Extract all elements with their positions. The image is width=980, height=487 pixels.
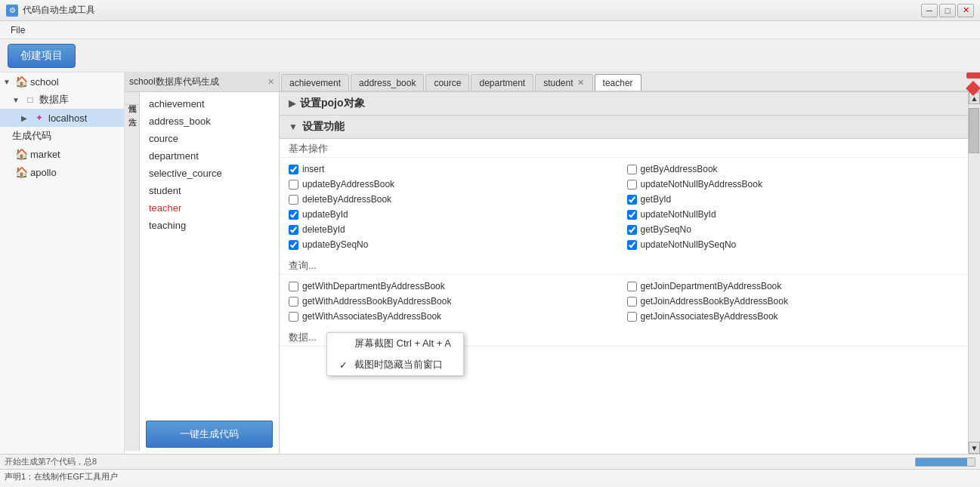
tab-department[interactable]: department xyxy=(471,74,533,91)
log-bar: 声明1：在线制作EGF工具用户 xyxy=(0,469,980,484)
sidebar: ▼ 🏠 school ▼ □ 数据库 ▶ ✦ localhost 生成代码 xyxy=(0,72,125,454)
vert-tab-props[interactable]: 属性 xyxy=(125,92,140,105)
cb-getWithAddrBook-check[interactable] xyxy=(289,297,298,307)
cm-hide-check: ✓ xyxy=(339,359,350,371)
cb-getById-label: getById xyxy=(641,194,672,205)
pojo-section-header[interactable]: ▶ 设置pojo对象 xyxy=(280,92,968,116)
vert-tab-methods[interactable]: 方法 xyxy=(125,105,140,117)
cb-getJoinAssocByAddrBook: getJoinAssociatesByAddressBook xyxy=(624,310,963,323)
tab-cource[interactable]: cource xyxy=(425,74,469,91)
function-arrow-icon: ▼ xyxy=(289,122,298,132)
home-icon-apollo: 🏠 xyxy=(14,165,28,179)
cb-insert-check[interactable] xyxy=(289,165,298,174)
cb-updateById-check[interactable] xyxy=(289,210,298,220)
cb-getByAddressBook-check[interactable] xyxy=(627,165,637,174)
close-button[interactable]: ✕ xyxy=(957,4,974,17)
sidebar-localhost-label: localhost xyxy=(48,113,87,124)
cm-hide-label: 截图时隐藏当前窗口 xyxy=(354,358,443,371)
cb-deleteById: deleteById xyxy=(286,223,624,236)
cb-updateBySeqNo: updateBySeqNo xyxy=(286,238,624,251)
cb-updateNotNullBySeqNo-check[interactable] xyxy=(627,240,637,250)
cb-updateNotNullByAddressBook-check[interactable] xyxy=(627,180,637,190)
cb-updateNotNullById-check[interactable] xyxy=(627,210,637,220)
accent-label[interactable]: 启动 xyxy=(966,72,981,79)
sidebar-item-school[interactable]: ▼ 🏠 school xyxy=(0,72,124,91)
cm-screenshot-label: 屏幕截图 Ctrl + Alt + A xyxy=(354,337,451,350)
app-icon: ⚙ xyxy=(6,5,18,17)
sidebar-item-database[interactable]: ▼ □ 数据库 xyxy=(0,91,124,109)
sidebar-item-localhost[interactable]: ▶ ✦ localhost xyxy=(0,109,124,127)
cb-getBySeqNo: getBySeqNo xyxy=(624,223,963,236)
cb-getJoinAssoc-check[interactable] xyxy=(627,312,637,322)
scrollbar[interactable]: ▲ ▼ xyxy=(968,92,980,454)
cb-updateBySeqNo-check[interactable] xyxy=(289,240,298,250)
sidebar-database-label: 数据库 xyxy=(39,93,69,106)
create-project-button[interactable]: 创建项目 xyxy=(8,44,76,68)
cb-getJoinAddrBook-check[interactable] xyxy=(627,297,637,307)
content-area: school数据库代码生成 ✕ 属性 方法 achievement addres… xyxy=(125,72,980,454)
arrow-icon: ▶ xyxy=(21,114,30,122)
list-item-department[interactable]: department xyxy=(140,147,279,165)
status-bar: 开始生成第7个代码，总8 xyxy=(0,454,980,469)
tab-student-close[interactable]: ✕ xyxy=(577,78,585,88)
cb-updateNotNullByAddressBook: updateNotNullByAddressBook xyxy=(624,177,963,191)
list-item-teaching[interactable]: teaching xyxy=(140,217,279,234)
function-section-header[interactable]: ▼ 设置功能 xyxy=(280,116,968,139)
tab-student[interactable]: student ✕ xyxy=(535,74,592,91)
cb-updateByAddressBook-label: updateByAddressBook xyxy=(302,179,394,190)
scroll-track[interactable] xyxy=(969,104,980,442)
sidebar-item-apollo[interactable]: 🏠 apollo xyxy=(0,163,124,181)
cb-getJoinAddrBookByAddrBook: getJoinAddressBookByAddressBook xyxy=(624,294,963,308)
cb-getByAddressBook-label: getByAddressBook xyxy=(641,164,718,174)
cm-screenshot[interactable]: 屏幕截图 Ctrl + Alt + A xyxy=(327,333,463,354)
outer-tab-label[interactable]: school数据库代码生成 xyxy=(129,76,219,88)
tab-achievement[interactable]: achievement xyxy=(281,74,349,91)
menu-file[interactable]: File xyxy=(5,23,31,37)
list-item-achievement[interactable]: achievement xyxy=(140,95,279,113)
cb-insert: insert xyxy=(286,162,624,176)
list-item-student[interactable]: student xyxy=(140,182,279,199)
cb-getWithAssoc-check[interactable] xyxy=(289,312,298,322)
cm-hide[interactable]: ✓ 截图时隐藏当前窗口 xyxy=(327,354,463,375)
minimize-button[interactable]: ─ xyxy=(921,4,938,17)
cb-getById-check[interactable] xyxy=(627,195,637,205)
progress-bar xyxy=(916,458,967,466)
window-controls: ─ □ ✕ xyxy=(921,4,974,17)
title-bar: ⚙ 代码自动生成工具 ─ □ ✕ xyxy=(0,0,980,21)
bluetooth-icon: ✦ xyxy=(32,111,46,125)
scroll-down[interactable]: ▼ xyxy=(969,442,980,454)
cb-deleteByAddressBook-check[interactable] xyxy=(289,195,298,205)
cb-getBySeqNo-check[interactable] xyxy=(627,225,637,235)
tab-address_book[interactable]: address_book xyxy=(351,74,424,91)
cb-getJoinDept-check[interactable] xyxy=(627,282,637,291)
outer-tab-close[interactable]: ✕ xyxy=(267,77,274,87)
sidebar-item-generate[interactable]: 生成代码 xyxy=(0,127,124,145)
cb-deleteByAddressBook-label: deleteByAddressBook xyxy=(302,194,391,205)
cb-getWithDept-check[interactable] xyxy=(289,282,298,291)
sidebar-item-market[interactable]: 🏠 market xyxy=(0,145,124,163)
list-item-selective_cource[interactable]: selective_cource xyxy=(140,165,279,182)
list-item-cource[interactable]: cource xyxy=(140,130,279,147)
cb-getJoinDept-label: getJoinDepartmentByAddressBook xyxy=(641,281,782,291)
generate-button[interactable]: 一键生成代码 xyxy=(146,421,273,448)
list-item-teacher[interactable]: teacher xyxy=(140,199,279,217)
cb-getWithAssocByAddrBook: getWithAssociatesByAddressBook xyxy=(286,310,624,323)
menu-bar: File xyxy=(0,21,980,39)
scroll-thumb[interactable] xyxy=(969,108,979,153)
cb-deleteById-label: deleteById xyxy=(302,224,345,235)
log-text: 声明1：在线制作EGF工具用户 xyxy=(5,471,118,482)
sidebar-school-label: school xyxy=(30,76,59,88)
cb-getWithDept-label: getWithDepartmentByAddressBook xyxy=(302,281,445,291)
title-text: 代码自动生成工具 xyxy=(23,4,917,17)
list-item-address_book[interactable]: address_book xyxy=(140,113,279,130)
cb-updateBySeqNo-label: updateBySeqNo xyxy=(302,239,368,250)
cb-deleteById-check[interactable] xyxy=(289,225,298,235)
query-label: 查询... xyxy=(280,256,968,275)
maximize-button[interactable]: □ xyxy=(939,4,956,17)
tab-teacher[interactable]: teacher xyxy=(595,74,641,91)
cb-insert-label: insert xyxy=(302,164,324,174)
cb-updateByAddressBook-check[interactable] xyxy=(289,180,298,190)
context-menu: 屏幕截图 Ctrl + Alt + A ✓ 截图时隐藏当前窗口 xyxy=(326,332,464,376)
right-accent: 启动 xyxy=(966,72,980,94)
pojo-section-label: 设置pojo对象 xyxy=(300,97,365,110)
